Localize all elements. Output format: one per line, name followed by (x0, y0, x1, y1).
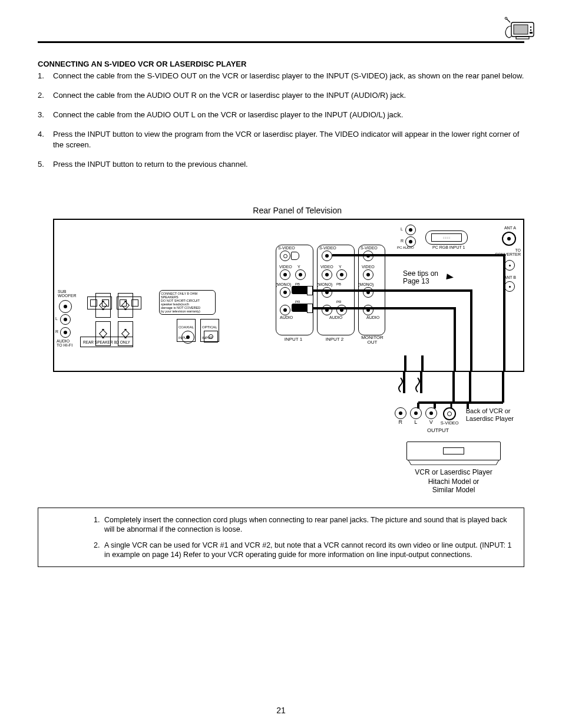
label-v: V (429, 419, 433, 425)
note-number: 2. (94, 541, 104, 560)
step-text: Press the INPUT button to return to the … (53, 159, 524, 170)
note-item: 1.Completely insert the connection cord … (94, 515, 514, 535)
step-text: Press the INPUT button to view the progr… (53, 129, 524, 151)
step-number: 3. (38, 110, 53, 121)
label-l: L (414, 419, 417, 425)
step-number: 2. (38, 90, 53, 101)
vcr-back-jacks: R L V S-VIDEO Back of VCR or Laserdisc P… (395, 407, 514, 426)
note-text: Completely insert the connection cord pl… (104, 515, 514, 535)
svg-point-7 (505, 17, 507, 19)
svg-line-6 (507, 19, 510, 22)
step-row: 5.Press the INPUT button to return to th… (38, 159, 524, 170)
section-heading: CONNECTING AN S-VIDEO VCR OR LASERDISC P… (38, 60, 524, 68)
label-svideo: S-VIDEO (441, 420, 459, 426)
back-vcr-label: Back of VCR or Laserdisc Player (466, 407, 514, 423)
step-number: 4. (38, 129, 53, 151)
label-output: OUTPUT (427, 427, 449, 433)
rear-panel-diagram: ANT A TO CONVERTER ANT B ::::::::: PC RG… (53, 219, 524, 372)
diagram-title: Rear Panel of Television (38, 206, 524, 215)
vcr-caption-2: Hitachi Model or Similar Model (406, 477, 501, 494)
cable-lines (54, 220, 523, 371)
step-row: 3.Connect the cable from the AUDIO OUT L… (38, 110, 524, 121)
svg-point-3 (530, 29, 532, 31)
step-row: 1.Connect the cable from the S-VIDEO OUT… (38, 71, 524, 82)
below-diagram-area: R L V S-VIDEO Back of VCR or Laserdisc P… (53, 372, 524, 490)
note-text: A single VCR can be used for VCR #1 and … (104, 541, 514, 560)
notes-box: 1.Completely insert the connection cord … (38, 508, 524, 567)
instruction-list: 1.Connect the cable from the S-VIDEO OUT… (38, 71, 524, 170)
page-number: 21 (0, 706, 562, 715)
note-item: 2.A single VCR can be used for VCR #1 an… (94, 541, 514, 560)
vcr-illustration: VCR or Laserdisc Player Hitachi Model or… (406, 442, 501, 494)
vcr-caption: VCR or Laserdisc Player (406, 468, 501, 476)
step-text: Connect the cable from the AUDIO OUT R o… (53, 90, 524, 101)
note-number: 1. (94, 515, 104, 535)
step-text: Connect the cable from the AUDIO OUT L o… (53, 110, 524, 121)
tv-icon (503, 17, 536, 44)
step-number: 5. (38, 159, 53, 170)
horizontal-rule (38, 41, 524, 43)
svg-rect-1 (514, 25, 528, 34)
step-row: 4.Press the INPUT button to view the pro… (38, 129, 524, 151)
svg-rect-5 (516, 37, 529, 39)
step-number: 1. (38, 71, 53, 82)
svg-rect-4 (530, 32, 533, 34)
step-text: Connect the cable from the S-VIDEO OUT o… (53, 71, 524, 82)
label-r: R (399, 419, 403, 425)
step-row: 2.Connect the cable from the AUDIO OUT R… (38, 90, 524, 101)
svg-point-2 (530, 27, 532, 28)
